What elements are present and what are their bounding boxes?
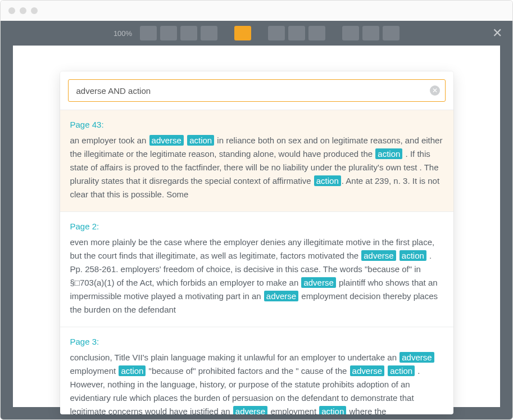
search-highlight: action [388,365,415,376]
toolbar-button-3[interactable] [180,26,197,40]
search-row: ✕ [60,71,453,110]
close-icon[interactable]: ✕ [492,27,502,39]
window-zoom-dot[interactable] [31,7,38,14]
toolbar-button-5[interactable] [268,26,285,40]
search-highlight: adverse [264,291,298,301]
search-highlight: action [314,175,341,186]
search-highlight: action [119,365,146,376]
page-link[interactable]: Page 3: [70,335,99,349]
search-highlight: adverse [361,250,396,261]
search-modal: ✕ Page 43:an employer took an adverse ac… [60,71,453,414]
result-snippet: conclusion, Title VII's plain language m… [70,351,443,414]
search-box: ✕ [68,79,446,102]
toolbar-button-4[interactable] [201,26,217,40]
titlebar [1,1,512,21]
page-link[interactable]: Page 43: [70,118,104,132]
search-highlight: action [319,406,346,414]
toolbar-button-7[interactable] [308,26,325,40]
toolbar-button-search[interactable] [234,26,251,40]
search-input[interactable] [68,79,446,102]
search-result[interactable]: Page 43:an employer took an adverse acti… [60,110,453,211]
search-highlight: adverse [233,406,267,414]
search-highlight: action [375,148,402,159]
toolbar-button-2[interactable] [160,26,177,40]
app-window: 100% ✕ and records which Hopkins had ama… [0,0,513,420]
toolbar-button-1[interactable] [140,26,157,40]
window-minimize-dot[interactable] [20,7,26,14]
window-close-dot[interactable] [8,7,15,14]
page-link[interactable]: Page 2: [70,220,99,233]
document-toolbar: 100% ✕ [1,21,512,46]
toolbar-button-10[interactable] [383,26,399,40]
search-highlight: adverse [149,135,184,146]
toolbar-button-9[interactable] [362,26,379,40]
search-result[interactable]: Page 2:even more plainly be the case whe… [60,211,453,327]
search-highlight: action [187,135,214,146]
toolbar-button-8[interactable] [342,26,359,40]
search-highlight: adverse [301,277,335,288]
search-result[interactable]: Page 3:conclusion, Title VII's plain lan… [60,327,453,414]
toolbar-button-6[interactable] [288,26,305,40]
content-area: 100% ✕ and records which Hopkins had ama… [1,21,512,419]
search-highlight: adverse [350,365,384,376]
search-highlight: action [399,250,426,261]
zoom-level-label: 100% [114,29,132,38]
search-highlight: adverse [399,352,434,363]
search-results-list[interactable]: Page 43:an employer took an adverse acti… [60,110,453,414]
result-snippet: an employer took an adverse action in re… [70,134,443,201]
result-snippet: even more plainly be the case where the … [70,236,443,317]
clear-search-icon[interactable]: ✕ [430,85,440,96]
